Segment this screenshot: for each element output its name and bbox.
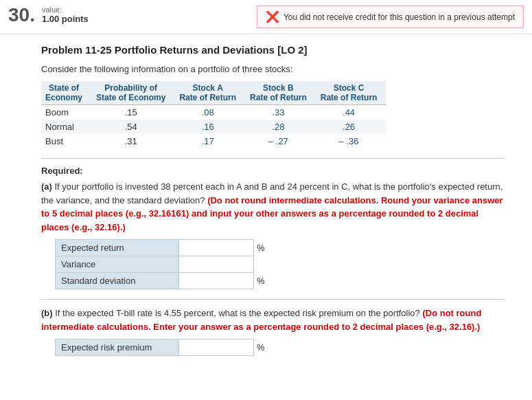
part-b-block: (b) If the expected T-bill rate is 4.55 … [41, 307, 505, 356]
std-dev-input[interactable] [182, 275, 251, 287]
stock-c-normal: .26 [316, 120, 387, 134]
expected-return-input[interactable] [182, 242, 251, 254]
value-points: 1.00 points [42, 14, 89, 24]
required-label: Required: [41, 166, 505, 176]
alert-text: You did not receive credit for this ques… [284, 12, 515, 22]
part-a-red-text: (Do not round intermediate calculations.… [41, 195, 503, 232]
stock-c-boom: .44 [316, 105, 387, 120]
stock-a-bust: .17 [175, 134, 246, 148]
stock-a-boom: .08 [175, 105, 246, 120]
prob-boom: .15 [92, 105, 175, 120]
stock-b-normal: .28 [246, 120, 316, 134]
alert-icon: ❌ [266, 10, 279, 23]
question-number: 30. [8, 5, 35, 25]
col-header-probability: Probability ofState of Economy [92, 81, 175, 105]
std-dev-unit: % [254, 273, 268, 289]
part-a-label: (a) [41, 181, 52, 192]
risk-premium-row: Expected risk premium % [56, 340, 268, 356]
alert-box: ❌ You did not receive credit for this qu… [257, 5, 524, 28]
col-header-stock-a: Stock ARate of Return [175, 81, 246, 105]
part-a-input-table: Expected return % Variance Standard devi… [55, 239, 268, 289]
economy-bust: Bust [41, 134, 92, 148]
part-b-input-table: Expected risk premium % [55, 339, 268, 356]
variance-input[interactable] [182, 258, 251, 270]
risk-premium-label: Expected risk premium [56, 340, 179, 356]
value-info: value: 1.00 points [42, 5, 89, 24]
variance-unit [254, 256, 268, 273]
variance-input-cell [179, 256, 254, 273]
std-dev-row: Standard deviation % [56, 273, 268, 289]
part-b-label: (b) [41, 308, 53, 318]
expected-return-unit: % [254, 240, 268, 256]
economy-boom: Boom [41, 105, 92, 120]
data-table: State ofEconomy Probability ofState of E… [41, 81, 386, 148]
risk-premium-unit: % [254, 340, 268, 356]
intro-text: Consider the following information on a … [41, 64, 505, 74]
economy-normal: Normal [41, 120, 92, 134]
main-content: Problem 11-25 Portfolio Returns and Devi… [0, 34, 532, 375]
divider-2 [41, 299, 505, 300]
col-header-economy: State ofEconomy [41, 81, 92, 105]
part-b-red-text: (Do not round intermediate calculations.… [41, 308, 481, 332]
expected-return-row: Expected return % [56, 240, 268, 256]
header-bar: 30. value: 1.00 points ❌ You did not rec… [0, 0, 532, 34]
table-row: Normal .54 .16 .28 .26 [41, 120, 386, 134]
col-header-stock-b: Stock BRate of Return [246, 81, 316, 105]
divider [41, 158, 505, 159]
variance-row: Variance [56, 256, 268, 273]
part-b-header: (b) If the expected T-bill rate is 4.55 … [41, 307, 505, 333]
table-row: Bust .31 .17 – .27 – .36 [41, 134, 386, 148]
part-a-block: (a) If your portfolio is invested 38 per… [41, 180, 505, 289]
expected-return-input-cell [179, 240, 254, 256]
variance-label: Variance [56, 256, 179, 273]
std-dev-input-cell [179, 273, 254, 289]
prob-bust: .31 [92, 134, 175, 148]
std-dev-label: Standard deviation [56, 273, 179, 289]
part-a-header: (a) If your portfolio is invested 38 per… [41, 180, 505, 234]
stock-c-bust: – .36 [316, 134, 387, 148]
risk-premium-input-cell [179, 340, 254, 356]
stock-a-normal: .16 [175, 120, 246, 134]
col-header-stock-c: Stock CRate of Return [316, 81, 387, 105]
problem-title: Problem 11-25 Portfolio Returns and Devi… [41, 44, 505, 56]
risk-premium-input[interactable] [182, 342, 251, 353]
prob-normal: .54 [92, 120, 175, 134]
expected-return-label: Expected return [56, 240, 179, 256]
table-row: Boom .15 .08 .33 .44 [41, 105, 386, 120]
stock-b-bust: – .27 [246, 134, 316, 148]
stock-b-boom: .33 [246, 105, 316, 120]
value-label: value: [42, 5, 89, 14]
